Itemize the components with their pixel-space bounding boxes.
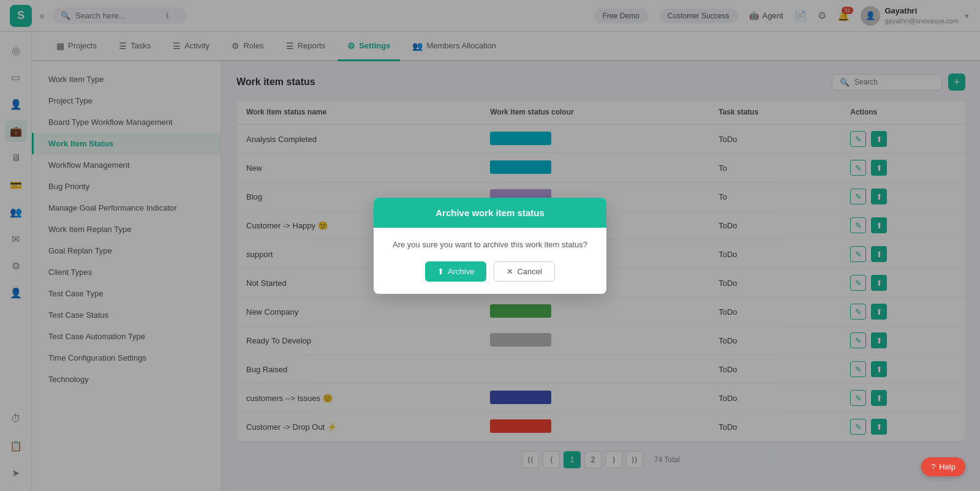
archive-dialog-overlay[interactable]: Archive work item status Are you sure yo…: [0, 0, 980, 491]
cancel-icon: ✕: [507, 267, 513, 276]
dialog-header: Archive work item status: [374, 198, 606, 228]
dialog-actions: ⬆ Archive ✕ Cancel: [374, 261, 606, 294]
dialog-body: Are you sure you want to archive this wo…: [374, 228, 606, 261]
help-label: Help: [939, 462, 956, 471]
archive-dialog: Archive work item status Are you sure yo…: [374, 198, 606, 294]
archive-btn-label: Archive: [448, 267, 474, 276]
archive-confirm-button[interactable]: ⬆ Archive: [425, 261, 486, 282]
cancel-btn-label: Cancel: [517, 267, 541, 276]
cancel-button[interactable]: ✕ Cancel: [494, 261, 554, 282]
help-icon: ?: [931, 462, 935, 471]
archive-icon: ⬆: [437, 267, 444, 276]
help-button[interactable]: ? Help: [921, 457, 965, 476]
